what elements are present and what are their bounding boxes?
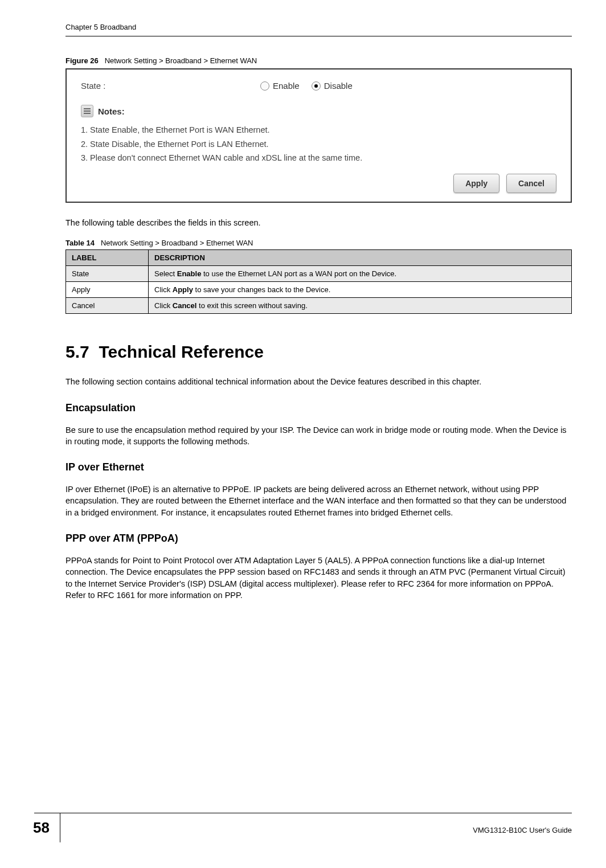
ipoe-text: IP over Ethernet (IPoE) is an alternativ…: [65, 484, 572, 518]
table-caption: Table 14 Network Setting > Broadband > E…: [65, 239, 572, 247]
section-intro: The following section contains additiona…: [65, 376, 572, 387]
header-divider: [65, 36, 572, 36]
note-item-2: 2. State Disable, the Ethernet Port is L…: [81, 137, 556, 152]
table-cell-desc: Select Enable to use the Ethernet LAN po…: [149, 266, 572, 282]
table-row: Apply Click Apply to save your changes b…: [66, 282, 572, 298]
table-cell-desc: Click Cancel to exit this screen without…: [149, 298, 572, 314]
table-row: State Select Enable to use the Ethernet …: [66, 266, 572, 282]
table-cell-label: Cancel: [66, 298, 149, 314]
note-item-1: 1. State Enable, the Ethernet Port is WA…: [81, 123, 556, 137]
figure-number: Figure 26: [65, 56, 99, 65]
table-header-description: DESCRIPTION: [149, 250, 572, 266]
cancel-button[interactable]: Cancel: [506, 174, 556, 193]
page-footer: 58 VMG1312-B10C User's Guide: [0, 813, 606, 842]
radio-disable-label: Disable: [324, 81, 353, 91]
table-cell-label: Apply: [66, 282, 149, 298]
table-intro-text: The following table describes the fields…: [65, 217, 572, 228]
page-number: 58: [23, 813, 60, 842]
screenshot-panel: State : Enable Disable Notes: 1. State E…: [65, 68, 572, 203]
radio-enable[interactable]: [260, 81, 269, 91]
note-item-3: 3. Please don't connect Ethernet WAN cab…: [81, 151, 556, 165]
section-number: 5.7: [65, 342, 89, 361]
chapter-header: Chapter 5 Broadband: [65, 23, 572, 31]
description-table: LABEL DESCRIPTION State Select Enable to…: [65, 249, 572, 314]
ipoe-heading: IP over Ethernet: [65, 461, 572, 473]
encapsulation-text: Be sure to use the encapsulation method …: [65, 424, 572, 448]
radio-disable[interactable]: [312, 81, 321, 91]
radio-enable-label: Enable: [273, 81, 300, 91]
pppoa-text: PPPoA stands for Point to Point Protocol…: [65, 555, 572, 601]
notes-title: Notes:: [98, 107, 125, 116]
notes-icon: [81, 105, 93, 117]
table-cell-label: State: [66, 266, 149, 282]
guide-name: VMG1312-B10C User's Guide: [473, 821, 572, 834]
table-header-label: LABEL: [66, 250, 149, 266]
section-title: Technical Reference: [99, 342, 264, 361]
pppoa-heading: PPP over ATM (PPPoA): [65, 533, 572, 544]
table-row: Cancel Click Cancel to exit this screen …: [66, 298, 572, 314]
table-number: Table 14: [65, 239, 95, 247]
encapsulation-heading: Encapsulation: [65, 402, 572, 414]
table-cell-desc: Click Apply to save your changes back to…: [149, 282, 572, 298]
table-title: Network Setting > Broadband > Ethernet W…: [101, 239, 253, 247]
figure-title: Network Setting > Broadband > Ethernet W…: [105, 56, 257, 65]
section-heading: 5.7 Technical Reference: [65, 342, 572, 362]
state-label: State :: [81, 81, 260, 91]
figure-caption: Figure 26 Network Setting > Broadband > …: [65, 56, 572, 65]
apply-button[interactable]: Apply: [453, 174, 499, 193]
